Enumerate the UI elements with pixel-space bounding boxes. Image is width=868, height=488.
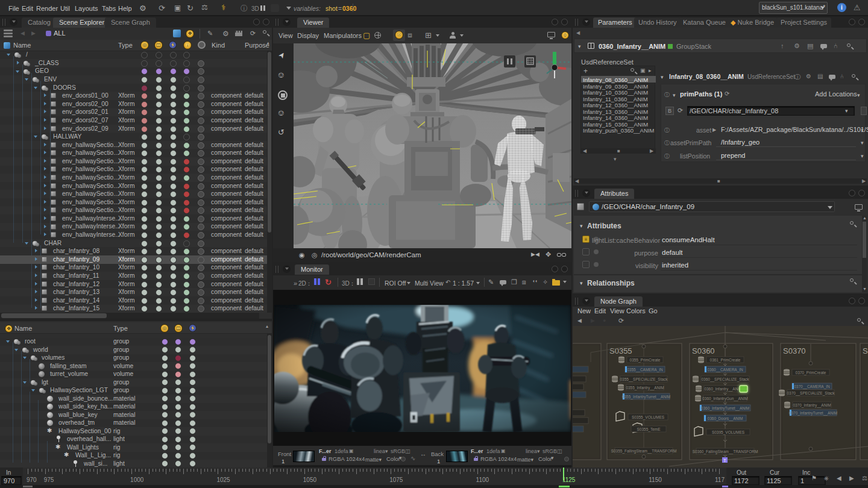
svg-text:0355_InfantryTurret__ANIM: 0355_InfantryTurret__ANIM xyxy=(622,395,670,399)
svg-text:S0355_FallingSteam__TRANSFORM: S0355_FallingSteam__TRANSFORM xyxy=(611,449,677,454)
svg-text:0360_InfantryTurret__ANIM: 0360_InfantryTurret__ANIM xyxy=(701,406,749,411)
svg-text:0361_PrimCreate: 0361_PrimCreate xyxy=(710,358,741,363)
svg-text:0355__SPECIALIZE_Stack: 0355__SPECIALIZE_Stack xyxy=(620,377,668,382)
svg-text:0360_Infantry__ANIM: 0360_Infantry__ANIM xyxy=(704,387,742,392)
svg-text:0355_Infantry__ANIM: 0355_Infantry__ANIM xyxy=(626,386,664,390)
svg-text:0360__CAMERA_IN: 0360__CAMERA_IN xyxy=(707,368,743,372)
svg-text:S0360: S0360 xyxy=(692,346,715,355)
svg-text:0355__CAMERA_IN: 0355__CAMERA_IN xyxy=(627,368,663,372)
svg-text:S0: S0 xyxy=(863,346,868,355)
svg-text:T: T xyxy=(723,458,726,463)
svg-text:S0395_VOLUMES: S0395_VOLUMES xyxy=(712,430,745,435)
svg-text:S0360_FallingSteam__TRANSFORM: S0360_FallingSteam__TRANSFORM xyxy=(693,449,758,454)
svg-text:S0355_TemE: S0355_TemE xyxy=(637,427,661,432)
svg-text:0360__SPECIALIZE_Stack: 0360__SPECIALIZE_Stack xyxy=(701,377,749,382)
svg-text:0355_PrimCreate: 0355_PrimCreate xyxy=(630,358,661,363)
svg-text:S0370: S0370 xyxy=(783,346,806,355)
svg-text:0360_Doors__ANIM: 0360_Doors__ANIM xyxy=(708,416,743,421)
svg-text:0370__SPECIALIZE_Stack: 0370__SPECIALIZE_Stack xyxy=(787,391,835,396)
svg-text:0360_InfantryGun__ANIM: 0360_InfantryGun__ANIM xyxy=(702,396,748,401)
svg-text:0370_Infantry__ANIM: 0370_Infantry__ANIM xyxy=(793,403,831,408)
svg-text:0370_PrimCreate: 0370_PrimCreate xyxy=(796,371,826,375)
svg-text:0370__CAMERA_IN: 0370__CAMERA_IN xyxy=(794,384,830,389)
svg-text:0370_InfantryTurret__ANIM: 0370_InfantryTurret__ANIM xyxy=(789,411,837,416)
svg-text:S0355_VOLUMES: S0355_VOLUMES xyxy=(632,415,665,420)
